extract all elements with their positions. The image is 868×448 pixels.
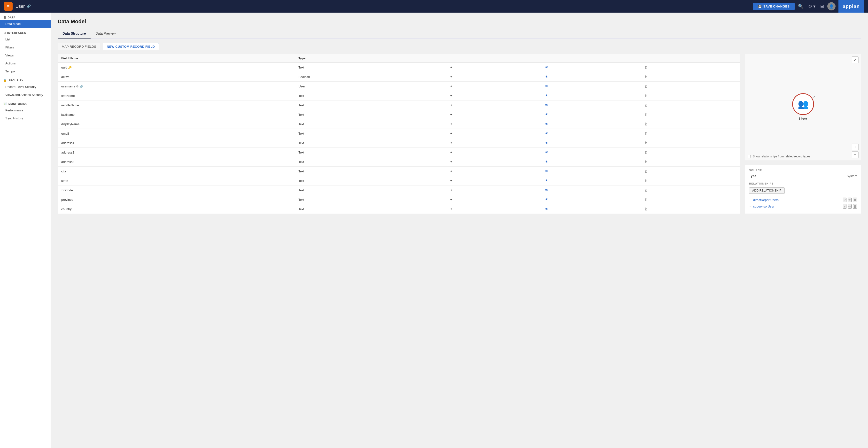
delete-button[interactable]: 🗑 <box>643 122 649 126</box>
configure-button[interactable]: ✦ <box>449 112 454 117</box>
table-section: Field Name Type uuid 🔑 Text ✦ 👁 🗑 <box>58 54 740 214</box>
configure-button[interactable]: ✦ <box>449 140 454 145</box>
visibility-button[interactable]: 👁 <box>544 169 549 173</box>
sidebar-item-sync-history[interactable]: Sync History <box>0 114 51 122</box>
rel-edit-button[interactable]: ✏ <box>848 198 851 202</box>
configure-button[interactable]: ✦ <box>449 206 454 212</box>
table-row: province Text ✦ 👁 🗑 <box>58 195 740 204</box>
search-button[interactable]: 🔍 <box>797 2 805 10</box>
new-custom-record-field-button[interactable]: NEW CUSTOM RECORD FIELD <box>103 43 159 51</box>
relationship-name[interactable]: → supervisorUser <box>749 204 774 208</box>
visibility-button[interactable]: 👁 <box>544 178 549 183</box>
table-row: active Boolean ✦ 👁 🗑 <box>58 72 740 82</box>
delete-button[interactable]: 🗑 <box>643 197 649 202</box>
col-actions-3 <box>640 54 740 63</box>
delete-button[interactable]: 🗑 <box>643 112 649 117</box>
rel-expand-button[interactable]: ⤢ <box>843 204 846 209</box>
col-type: Type <box>295 54 445 63</box>
sidebar-section-data: 🗄 DATA <box>0 12 51 20</box>
visibility-button[interactable]: 👁 <box>544 150 549 155</box>
avatar[interactable]: 👤 <box>827 2 836 10</box>
field-name-cell: address1 <box>58 138 295 148</box>
field-name-cell: address3 <box>58 157 295 167</box>
sidebar-item-views-actions-security[interactable]: Views and Actions Security <box>0 91 51 99</box>
delete-button[interactable]: 🗑 <box>643 150 649 155</box>
delete-button[interactable]: 🗑 <box>643 178 649 183</box>
configure-button[interactable]: ✦ <box>449 178 454 183</box>
visibility-button[interactable]: 👁 <box>544 84 549 89</box>
delete-cell: 🗑 <box>640 138 740 148</box>
expand-button[interactable]: ⤢ <box>852 57 859 63</box>
delete-button[interactable]: 🗑 <box>643 140 649 145</box>
delete-button[interactable]: 🗑 <box>643 169 649 173</box>
sidebar-item-views[interactable]: Views <box>0 51 51 59</box>
rel-arrow-icon: ↔ <box>749 198 752 202</box>
visibility-button[interactable]: 👁 <box>544 159 549 164</box>
configure-cell: ✦ <box>445 157 540 167</box>
sidebar-item-filters[interactable]: Filters <box>0 43 51 51</box>
configure-button[interactable]: ✦ <box>449 65 454 70</box>
rel-expand-button[interactable]: ⤢ <box>843 198 846 202</box>
tab-data-preview[interactable]: Data Preview <box>91 29 120 38</box>
add-relationship-button[interactable]: ADD RELATIONSHIP <box>749 187 785 194</box>
delete-button[interactable]: 🗑 <box>643 206 649 212</box>
title-link-icon[interactable]: 🔗 <box>27 4 31 8</box>
configure-button[interactable]: ✦ <box>449 74 454 79</box>
delete-button[interactable]: 🗑 <box>643 103 649 107</box>
visibility-button[interactable]: 👁 <box>544 188 549 193</box>
configure-button[interactable]: ✦ <box>449 122 454 126</box>
sidebar-item-performance[interactable]: Performance <box>0 106 51 114</box>
delete-button[interactable]: 🗑 <box>643 84 649 89</box>
delete-button[interactable]: 🗑 <box>643 188 649 193</box>
table-row: username ⚙ 🔗 User ✦ 👁 🗑 <box>58 82 740 91</box>
rel-delete-button[interactable]: 🗑 <box>853 198 857 202</box>
sidebar-item-list[interactable]: List <box>0 35 51 43</box>
delete-button[interactable]: 🗑 <box>643 93 649 98</box>
fields-table: Field Name Type uuid 🔑 Text ✦ 👁 🗑 <box>58 54 740 214</box>
delete-button[interactable]: 🗑 <box>643 74 649 79</box>
delete-button[interactable]: 🗑 <box>643 65 649 70</box>
configure-button[interactable]: ✦ <box>449 103 454 107</box>
rel-arrow-icon: → <box>749 205 752 208</box>
tab-data-structure[interactable]: Data Structure <box>58 29 91 38</box>
visibility-button[interactable]: 👁 <box>544 140 549 145</box>
configure-button[interactable]: ✦ <box>449 197 454 202</box>
visibility-button[interactable]: 👁 <box>544 122 549 126</box>
configure-button[interactable]: ✦ <box>449 93 454 98</box>
visibility-button[interactable]: 👁 <box>544 197 549 202</box>
rel-delete-button[interactable]: 🗑 <box>853 204 857 209</box>
visibility-button[interactable]: 👁 <box>544 112 549 117</box>
sidebar-item-tempo[interactable]: Tempo <box>0 67 51 75</box>
map-record-fields-button[interactable]: MAP RECORD FIELDS <box>58 43 100 51</box>
save-changes-button[interactable]: 💾 SAVE CHANGES <box>753 3 795 10</box>
configure-cell: ✦ <box>445 63 540 72</box>
configure-button[interactable]: ✦ <box>449 188 454 193</box>
sidebar-item-data-model[interactable]: Data Model <box>0 20 51 28</box>
field-name-cell: country <box>58 204 295 214</box>
sidebar-item-record-level-security[interactable]: Record-Level Security <box>0 83 51 91</box>
visibility-button[interactable]: 👁 <box>544 74 549 79</box>
visibility-cell: 👁 <box>540 72 640 82</box>
relationship-name[interactable]: ↔ directReportUsers <box>749 198 779 202</box>
type-cell: Boolean <box>295 72 445 82</box>
configure-button[interactable]: ✦ <box>449 169 454 173</box>
configure-button[interactable]: ✦ <box>449 150 454 155</box>
zoom-in-button[interactable]: + <box>852 143 859 150</box>
rel-edit-button[interactable]: ✏ <box>848 204 851 209</box>
configure-button[interactable]: ✦ <box>449 131 454 136</box>
zoom-out-button[interactable]: − <box>852 151 859 158</box>
visibility-button[interactable]: 👁 <box>544 131 549 136</box>
visibility-button[interactable]: 👁 <box>544 65 549 70</box>
visibility-button[interactable]: 👁 <box>544 103 549 107</box>
delete-button[interactable]: 🗑 <box>643 131 649 136</box>
grid-button[interactable]: ⊞ <box>819 2 826 10</box>
sidebar-item-actions[interactable]: Actions <box>0 59 51 67</box>
visibility-button[interactable]: 👁 <box>544 93 549 98</box>
field-name-cell: firstName <box>58 91 295 100</box>
delete-button[interactable]: 🗑 <box>643 159 649 164</box>
visibility-button[interactable]: 👁 <box>544 206 549 212</box>
show-relationships-checkbox[interactable] <box>748 155 751 158</box>
configure-button[interactable]: ✦ <box>449 159 454 164</box>
settings-button[interactable]: ⚙ ▾ <box>807 2 817 10</box>
configure-button[interactable]: ✦ <box>449 84 454 89</box>
